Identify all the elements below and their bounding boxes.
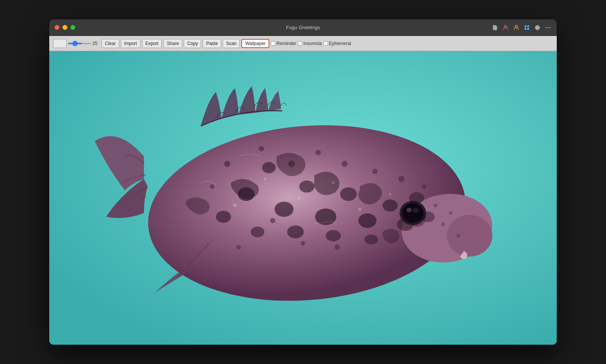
- import-button[interactable]: Import: [121, 39, 141, 48]
- svg-point-53: [298, 196, 301, 199]
- traffic-lights: [55, 25, 75, 30]
- file-icon[interactable]: [492, 24, 498, 31]
- insomnia-label: Insomnia: [303, 41, 322, 46]
- share-button[interactable]: Share: [163, 39, 182, 48]
- settings-icon[interactable]: [534, 24, 541, 31]
- svg-rect-2: [525, 25, 526, 27]
- extension-icon[interactable]: [523, 24, 530, 31]
- wallpaper-button[interactable]: Wallpaper: [241, 39, 269, 48]
- svg-rect-3: [527, 25, 529, 27]
- titlebar: Fugu Greetings: [49, 19, 557, 36]
- export-button[interactable]: Export: [142, 39, 162, 48]
- svg-point-33: [315, 150, 321, 155]
- svg-point-43: [434, 204, 437, 207]
- svg-point-20: [358, 213, 376, 228]
- svg-point-55: [358, 208, 361, 211]
- color-swatch[interactable]: [53, 39, 67, 48]
- svg-point-56: [389, 193, 391, 195]
- reminder-checkbox-label[interactable]: Reminder: [271, 41, 296, 46]
- fish-svg: [49, 51, 557, 345]
- svg-point-40: [334, 244, 340, 250]
- svg-point-31: [259, 146, 264, 151]
- toolbar: 25 Clear Import Export Share Copy Paste …: [49, 36, 557, 51]
- svg-point-7: [548, 27, 549, 28]
- svg-point-21: [383, 199, 398, 212]
- svg-point-54: [332, 182, 334, 184]
- svg-point-36: [398, 176, 405, 182]
- svg-point-46: [456, 234, 460, 238]
- reminder-checkbox[interactable]: [271, 41, 275, 46]
- svg-point-51: [233, 204, 236, 207]
- svg-point-34: [342, 161, 348, 167]
- ephemeral-label: Ephemeral: [329, 41, 351, 46]
- svg-point-25: [326, 230, 341, 241]
- svg-point-38: [270, 218, 275, 223]
- user-icon[interactable]: [513, 24, 520, 31]
- person-icon[interactable]: [502, 24, 509, 31]
- ephemeral-checkbox-label[interactable]: Ephemeral: [323, 41, 351, 46]
- scan-button[interactable]: Scan: [223, 39, 240, 48]
- svg-point-44: [441, 222, 445, 226]
- svg-point-32: [288, 160, 295, 167]
- svg-point-1: [515, 25, 517, 28]
- svg-point-45: [449, 211, 453, 215]
- canvas-area[interactable]: [49, 51, 557, 345]
- svg-point-24: [287, 226, 304, 238]
- svg-point-6: [546, 27, 547, 28]
- minimize-button[interactable]: [62, 25, 67, 30]
- fish-image: [49, 51, 557, 345]
- svg-rect-5: [527, 28, 529, 30]
- svg-point-26: [364, 235, 378, 244]
- svg-point-52: [264, 178, 266, 180]
- insomnia-checkbox[interactable]: [298, 41, 302, 46]
- app-window: Fugu Greetings: [49, 19, 557, 345]
- brush-size-slider-container: 25: [68, 41, 100, 46]
- titlebar-right-controls: [492, 24, 551, 31]
- svg-point-18: [315, 208, 336, 225]
- brush-size-slider[interactable]: [68, 43, 91, 44]
- svg-rect-4: [525, 28, 526, 30]
- window-title: Fugu Greetings: [286, 25, 320, 30]
- svg-point-35: [372, 169, 378, 174]
- svg-point-23: [251, 227, 264, 237]
- svg-point-16: [275, 202, 294, 217]
- svg-point-17: [299, 180, 314, 193]
- maximize-button[interactable]: [70, 25, 75, 30]
- paste-button[interactable]: Paste: [203, 39, 221, 48]
- clear-button[interactable]: Clear: [102, 39, 119, 48]
- brush-size-value: 25: [92, 41, 100, 46]
- svg-point-13: [447, 215, 492, 257]
- svg-point-48: [402, 203, 423, 223]
- svg-point-15: [262, 162, 276, 173]
- ephemeral-checkbox[interactable]: [323, 41, 328, 46]
- svg-point-37: [210, 184, 214, 189]
- svg-point-49: [413, 208, 419, 213]
- insomnia-checkbox-label[interactable]: Insomnia: [298, 41, 322, 46]
- svg-point-39: [301, 241, 305, 246]
- svg-point-0: [504, 25, 507, 28]
- more-icon[interactable]: [545, 24, 551, 31]
- svg-point-41: [236, 245, 241, 249]
- svg-point-19: [340, 187, 357, 201]
- svg-point-8: [550, 27, 551, 28]
- copy-button[interactable]: Copy: [184, 39, 201, 48]
- reminder-label: Reminder: [276, 41, 296, 46]
- svg-point-22: [216, 211, 231, 223]
- svg-point-50: [406, 208, 412, 212]
- close-button[interactable]: [55, 25, 59, 30]
- svg-point-42: [422, 184, 426, 189]
- svg-point-30: [224, 161, 230, 167]
